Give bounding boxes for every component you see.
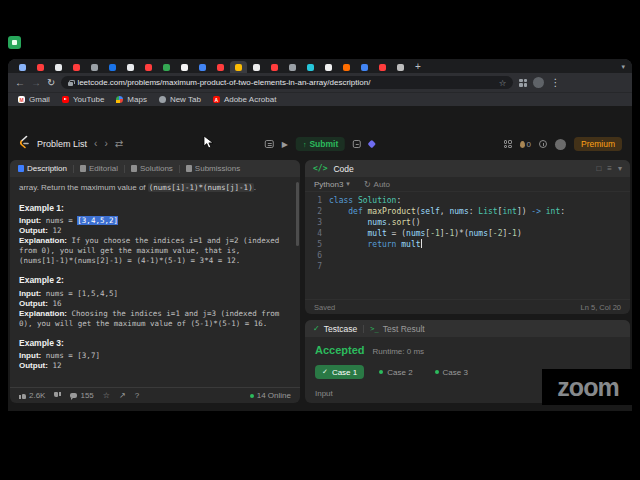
example-2-explanation: Explanation: Choosing the indices i=1 an… (19, 309, 291, 329)
premium-button[interactable]: Premium (574, 137, 622, 151)
like-button[interactable]: 2.6K (19, 391, 45, 400)
browser-tab[interactable] (68, 61, 85, 73)
input-label: Input: (19, 351, 41, 360)
browser-profile-avatar[interactable] (533, 77, 544, 88)
ai-assistant-button[interactable] (368, 140, 376, 148)
tab-submissions[interactable]: Submissions (186, 164, 240, 173)
browser-tab[interactable] (158, 61, 175, 73)
case-chip[interactable]: Case 3 (428, 365, 475, 379)
case-chip[interactable]: Case 2 (372, 365, 419, 379)
browser-tab[interactable] (32, 61, 49, 73)
bookmark-item[interactable]: New Tab (159, 95, 201, 104)
new-tab-button[interactable]: + (415, 62, 421, 72)
runtime-label: Runtime: 0 ms (373, 347, 425, 356)
back-button[interactable]: ← (15, 78, 25, 88)
example-2-output: Output: 16 (19, 299, 291, 309)
collapse-icon[interactable]: ▾ (618, 165, 622, 173)
leetcode-page: Problem List ‹ › ⇄ ▶ ↑ Submit (8, 106, 632, 411)
run-button[interactable]: ▶ (282, 140, 288, 149)
bookmark-item[interactable]: YouTube (62, 95, 104, 104)
browser-tab[interactable] (284, 61, 301, 73)
browser-tab[interactable] (338, 61, 355, 73)
browser-tab[interactable] (140, 61, 157, 73)
editor-actions: ▶ ↑ Submit (265, 137, 375, 151)
scrollbar[interactable] (296, 182, 299, 246)
shuffle-button[interactable]: ⇄ (115, 139, 123, 149)
bookmark-item[interactable]: AAdobe Acrobat (213, 95, 276, 104)
tab-favicon-icon (91, 64, 98, 71)
next-problem-button[interactable]: › (104, 139, 107, 149)
streak-counter[interactable]: 0 (520, 140, 531, 149)
browser-tab[interactable] (356, 61, 373, 73)
language-selector[interactable]: Python3 ▾ (314, 180, 350, 189)
intro-line: array. Return the maximum value of (nums… (19, 183, 291, 194)
user-avatar[interactable] (555, 139, 566, 150)
browser-tab[interactable] (14, 61, 31, 73)
line-number: 7 (305, 261, 329, 272)
layout-button[interactable] (504, 140, 512, 148)
case-label: Case 1 (332, 368, 357, 377)
input-value: nums = (41, 216, 77, 225)
tab-favicon-icon (73, 64, 80, 71)
problem-list-link[interactable]: Problem List (37, 139, 87, 149)
browser-tab[interactable] (194, 61, 211, 73)
browser-tab[interactable] (248, 61, 265, 73)
tab-favicon-icon (271, 64, 278, 71)
help-button[interactable]: ? (135, 391, 139, 400)
submit-label: Submit (309, 139, 338, 149)
browser-tab[interactable] (176, 61, 193, 73)
favorite-button[interactable]: ☆ (103, 391, 110, 400)
browser-tab[interactable] (302, 61, 319, 73)
browser-tab[interactable] (122, 61, 139, 73)
browser-tab[interactable] (392, 61, 409, 73)
cursor-position[interactable]: Ln 5, Col 20 (581, 303, 621, 312)
leetcode-nav: Problem List ‹ › ⇄ ▶ ↑ Submit (8, 132, 632, 156)
notes-button[interactable] (353, 140, 361, 148)
browser-tab[interactable] (230, 61, 247, 73)
input-label: Input: (19, 216, 41, 225)
browser-tab[interactable] (320, 61, 337, 73)
screen-share-indicator-icon (8, 36, 21, 49)
reload-button[interactable]: ↻ (47, 78, 55, 88)
panel-menu-icon[interactable]: ≡ (607, 165, 612, 173)
tab-favicon-icon (361, 64, 368, 71)
dislike-button[interactable] (54, 392, 61, 399)
tab-description[interactable]: Description (18, 164, 67, 173)
code-editor[interactable]: 1class Solution:2 def maxProduct(self, n… (305, 192, 630, 299)
tab-testcase[interactable]: ✓ Testcase (313, 324, 357, 334)
auto-icon: ↻ (364, 180, 371, 189)
auto-toggle[interactable]: ↻ Auto (364, 180, 390, 189)
share-button[interactable]: ↗ (119, 391, 126, 400)
timer-button[interactable] (539, 140, 547, 148)
tab-test-result[interactable]: >_ Test Result (370, 324, 424, 334)
browser-tab[interactable] (212, 61, 229, 73)
extensions-icon[interactable] (519, 79, 527, 87)
bookmark-label: YouTube (73, 95, 104, 104)
input-label: Input: (19, 289, 41, 298)
tab-search-icon[interactable]: ▾ (621, 63, 628, 71)
tab-solutions[interactable]: Solutions (131, 164, 173, 173)
browser-tab[interactable] (374, 61, 391, 73)
browser-tab[interactable] (50, 61, 67, 73)
browser-tab[interactable] (104, 61, 121, 73)
comments-button[interactable]: 155 (70, 391, 93, 400)
bookmark-item[interactable]: MGmail (18, 95, 50, 104)
forward-button[interactable]: → (31, 78, 41, 88)
prev-problem-button[interactable]: ‹ (94, 139, 97, 149)
line-number: 3 (305, 217, 329, 228)
code-tab[interactable]: Code (333, 164, 353, 174)
address-bar[interactable]: leetcode.com/problems/maximum-product-of… (61, 76, 513, 89)
submissions-tab-icon (186, 165, 192, 172)
submit-button[interactable]: ↑ Submit (296, 137, 345, 151)
leetcode-logo-icon[interactable] (18, 135, 30, 153)
browser-tab[interactable] (86, 61, 103, 73)
bookmark-star-icon[interactable]: ☆ (499, 78, 507, 88)
case-chip[interactable]: ✓Case 1 (315, 365, 364, 379)
debug-button[interactable] (265, 140, 274, 148)
tab-editorial[interactable]: Editorial (80, 164, 118, 173)
browser-menu-button[interactable]: ⋮ (550, 78, 560, 88)
bookmark-item[interactable]: Maps (116, 95, 147, 104)
panel-layout-icon[interactable]: □ (596, 165, 601, 173)
browser-tab[interactable] (266, 61, 283, 73)
code-line: 5 return mult (305, 239, 630, 250)
